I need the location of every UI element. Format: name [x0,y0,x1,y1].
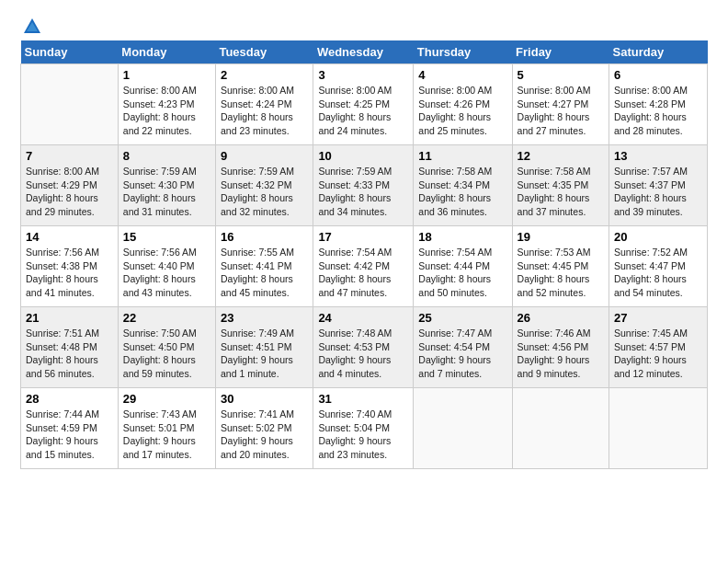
calendar-week-2: 7Sunrise: 8:00 AMSunset: 4:29 PMDaylight… [21,145,708,226]
day-info: Sunrise: 8:00 AMSunset: 4:28 PMDaylight:… [614,84,702,138]
day-number: 29 [123,392,210,406]
day-info: Sunrise: 7:56 AMSunset: 4:40 PMDaylight:… [123,246,210,300]
day-info: Sunrise: 8:00 AMSunset: 4:29 PMDaylight:… [26,165,113,219]
day-info: Sunrise: 8:00 AMSunset: 4:23 PMDaylight:… [123,84,210,138]
logo [20,17,42,31]
calendar-cell: 16Sunrise: 7:55 AMSunset: 4:41 PMDayligh… [215,226,313,307]
day-info: Sunrise: 8:00 AMSunset: 4:25 PMDaylight:… [318,84,408,138]
day-header-monday: Monday [118,40,215,64]
day-header-friday: Friday [512,40,609,64]
calendar-cell: 9Sunrise: 7:59 AMSunset: 4:32 PMDaylight… [215,145,313,226]
calendar-cell: 3Sunrise: 8:00 AMSunset: 4:25 PMDaylight… [313,64,414,145]
day-number: 7 [26,149,113,163]
day-info: Sunrise: 7:59 AMSunset: 4:32 PMDaylight:… [221,165,308,219]
day-header-tuesday: Tuesday [215,40,313,64]
day-number: 6 [614,68,702,82]
day-header-wednesday: Wednesday [313,40,414,64]
calendar-cell: 19Sunrise: 7:53 AMSunset: 4:45 PMDayligh… [512,226,609,307]
calendar-cell [21,64,119,145]
day-header-saturday: Saturday [609,40,708,64]
day-info: Sunrise: 7:47 AMSunset: 4:54 PMDaylight:… [418,327,506,381]
day-number: 10 [318,149,408,163]
day-info: Sunrise: 7:54 AMSunset: 4:44 PMDaylight:… [418,246,506,300]
day-number: 21 [26,311,113,325]
calendar-week-4: 21Sunrise: 7:51 AMSunset: 4:48 PMDayligh… [21,307,708,388]
logo-icon [22,17,42,37]
day-info: Sunrise: 7:58 AMSunset: 4:35 PMDaylight:… [518,165,604,219]
calendar-cell: 15Sunrise: 7:56 AMSunset: 4:40 PMDayligh… [118,226,215,307]
day-info: Sunrise: 7:59 AMSunset: 4:33 PMDaylight:… [318,165,408,219]
calendar-cell: 10Sunrise: 7:59 AMSunset: 4:33 PMDayligh… [313,145,414,226]
page: SundayMondayTuesdayWednesdayThursdayFrid… [0,0,728,478]
day-number: 3 [318,68,408,82]
day-number: 8 [123,149,210,163]
calendar-cell: 14Sunrise: 7:56 AMSunset: 4:38 PMDayligh… [21,226,119,307]
day-info: Sunrise: 7:51 AMSunset: 4:48 PMDaylight:… [26,327,113,381]
day-number: 2 [221,68,308,82]
calendar-cell: 28Sunrise: 7:44 AMSunset: 4:59 PMDayligh… [21,388,119,469]
day-info: Sunrise: 8:00 AMSunset: 4:27 PMDaylight:… [518,84,604,138]
calendar-cell [512,388,609,469]
calendar-cell: 7Sunrise: 8:00 AMSunset: 4:29 PMDaylight… [21,145,119,226]
day-number: 12 [518,149,604,163]
day-info: Sunrise: 7:52 AMSunset: 4:47 PMDaylight:… [614,246,702,300]
day-number: 19 [518,230,604,244]
day-number: 26 [518,311,604,325]
day-info: Sunrise: 7:54 AMSunset: 4:42 PMDaylight:… [318,246,408,300]
day-number: 22 [123,311,210,325]
calendar-cell: 5Sunrise: 8:00 AMSunset: 4:27 PMDaylight… [512,64,609,145]
calendar-cell: 1Sunrise: 8:00 AMSunset: 4:23 PMDaylight… [118,64,215,145]
calendar-cell: 23Sunrise: 7:49 AMSunset: 4:51 PMDayligh… [215,307,313,388]
calendar-cell: 11Sunrise: 7:58 AMSunset: 4:34 PMDayligh… [414,145,512,226]
calendar-cell: 25Sunrise: 7:47 AMSunset: 4:54 PMDayligh… [414,307,512,388]
day-number: 1 [123,68,210,82]
calendar-cell: 26Sunrise: 7:46 AMSunset: 4:56 PMDayligh… [512,307,609,388]
calendar-cell: 13Sunrise: 7:57 AMSunset: 4:37 PMDayligh… [609,145,708,226]
calendar-header-row: SundayMondayTuesdayWednesdayThursdayFrid… [21,40,708,64]
calendar-cell: 22Sunrise: 7:50 AMSunset: 4:50 PMDayligh… [118,307,215,388]
day-info: Sunrise: 7:44 AMSunset: 4:59 PMDaylight:… [26,408,113,462]
day-number: 9 [221,149,308,163]
calendar-cell: 20Sunrise: 7:52 AMSunset: 4:47 PMDayligh… [609,226,708,307]
calendar-cell [414,388,512,469]
day-number: 17 [318,230,408,244]
calendar-cell: 29Sunrise: 7:43 AMSunset: 5:01 PMDayligh… [118,388,215,469]
calendar-cell: 18Sunrise: 7:54 AMSunset: 4:44 PMDayligh… [414,226,512,307]
day-number: 18 [418,230,506,244]
calendar-cell: 21Sunrise: 7:51 AMSunset: 4:48 PMDayligh… [21,307,119,388]
day-number: 25 [418,311,506,325]
day-number: 14 [26,230,113,244]
day-info: Sunrise: 7:45 AMSunset: 4:57 PMDaylight:… [614,327,702,381]
day-info: Sunrise: 8:00 AMSunset: 4:26 PMDaylight:… [418,84,506,138]
calendar-table: SundayMondayTuesdayWednesdayThursdayFrid… [20,40,708,469]
calendar-cell: 27Sunrise: 7:45 AMSunset: 4:57 PMDayligh… [609,307,708,388]
day-info: Sunrise: 7:41 AMSunset: 5:02 PMDaylight:… [221,408,308,462]
calendar-cell: 4Sunrise: 8:00 AMSunset: 4:26 PMDaylight… [414,64,512,145]
day-number: 23 [221,311,308,325]
day-info: Sunrise: 7:48 AMSunset: 4:53 PMDaylight:… [318,327,408,381]
day-info: Sunrise: 7:46 AMSunset: 4:56 PMDaylight:… [518,327,604,381]
calendar-cell: 12Sunrise: 7:58 AMSunset: 4:35 PMDayligh… [512,145,609,226]
day-number: 30 [221,392,308,406]
day-info: Sunrise: 7:53 AMSunset: 4:45 PMDaylight:… [518,246,604,300]
calendar-cell: 6Sunrise: 8:00 AMSunset: 4:28 PMDaylight… [609,64,708,145]
day-header-thursday: Thursday [414,40,512,64]
day-info: Sunrise: 7:55 AMSunset: 4:41 PMDaylight:… [221,246,308,300]
day-number: 5 [518,68,604,82]
calendar-cell: 30Sunrise: 7:41 AMSunset: 5:02 PMDayligh… [215,388,313,469]
day-number: 16 [221,230,308,244]
day-info: Sunrise: 7:59 AMSunset: 4:30 PMDaylight:… [123,165,210,219]
calendar-cell [609,388,708,469]
day-info: Sunrise: 7:49 AMSunset: 4:51 PMDaylight:… [221,327,308,381]
day-number: 13 [614,149,702,163]
calendar-cell: 8Sunrise: 7:59 AMSunset: 4:30 PMDaylight… [118,145,215,226]
calendar-week-5: 28Sunrise: 7:44 AMSunset: 4:59 PMDayligh… [21,388,708,469]
day-info: Sunrise: 7:50 AMSunset: 4:50 PMDaylight:… [123,327,210,381]
day-number: 31 [318,392,408,406]
day-info: Sunrise: 7:43 AMSunset: 5:01 PMDaylight:… [123,408,210,462]
day-info: Sunrise: 7:40 AMSunset: 5:04 PMDaylight:… [318,408,408,462]
day-number: 4 [418,68,506,82]
header [20,17,708,31]
day-number: 27 [614,311,702,325]
day-info: Sunrise: 7:57 AMSunset: 4:37 PMDaylight:… [614,165,702,219]
